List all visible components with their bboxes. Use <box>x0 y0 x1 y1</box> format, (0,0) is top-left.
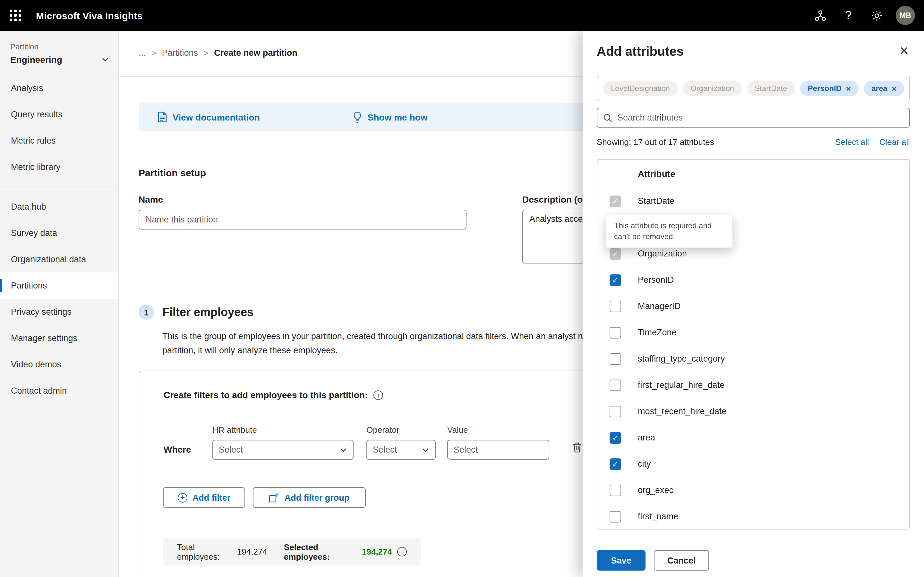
show-me-how-label: Show me how <box>368 112 428 122</box>
sidebar-item-contact-admin[interactable]: Contact admin <box>0 378 118 404</box>
attribute-row-personid[interactable]: PersonID <box>598 267 909 293</box>
attribute-column-header: Attribute <box>598 160 909 188</box>
attribute-list: Attribute StartDate Organization PersonI… <box>597 159 910 530</box>
attribute-row-most-recent-hire-date[interactable]: most_recent_hire_date <box>598 398 909 424</box>
value-column-label: Value <box>447 425 468 435</box>
topbar: Microsoft Viva Insights ? MB <box>0 0 924 31</box>
attribute-row-first-regular-hire-date[interactable]: first_regular_hire_date <box>598 372 909 398</box>
app-launcher-icon[interactable] <box>0 0 31 31</box>
checkbox-first-name[interactable] <box>610 511 621 522</box>
checkbox-startdate <box>610 195 621 207</box>
breadcrumb-separator-icon: > <box>204 48 208 57</box>
help-icon[interactable]: ? <box>837 4 860 27</box>
add-filter-label: Add filter <box>192 493 231 502</box>
add-filter-group-button[interactable]: Add filter group <box>253 487 366 508</box>
filter-card-title: Create filters to add employees to this … <box>164 390 368 400</box>
chip-remove-icon[interactable]: × <box>892 84 897 93</box>
checkbox-timezone[interactable] <box>610 327 621 338</box>
app-title: Microsoft Viva Insights <box>36 10 142 21</box>
chip-remove-icon[interactable]: × <box>846 84 851 93</box>
checkbox-most-recent-hire-date[interactable] <box>610 406 621 417</box>
selected-employees-label: Selected employees: <box>284 542 359 561</box>
delete-filter-row-icon[interactable] <box>572 442 582 453</box>
breadcrumb-separator-icon: > <box>152 48 156 57</box>
checkbox-personid[interactable] <box>610 274 621 285</box>
sidebar-item-metric-library[interactable]: Metric library <box>0 154 118 180</box>
save-button[interactable]: Save <box>597 550 646 571</box>
sidebar-item-analysis[interactable]: Analysis <box>0 75 118 101</box>
view-documentation-link[interactable]: View documentation <box>158 111 260 122</box>
clear-all-link[interactable]: Clear all <box>879 137 910 147</box>
breadcrumb-partitions[interactable]: Partitions <box>162 48 198 58</box>
info-icon[interactable]: i <box>373 390 383 400</box>
name-label: Name <box>139 194 163 205</box>
view-documentation-label: View documentation <box>173 112 260 122</box>
panel-title: Add attributes <box>597 44 684 59</box>
partition-context: Partition Engineering <box>0 31 118 65</box>
org-chart-icon[interactable] <box>809 4 832 27</box>
value-input[interactable]: Select <box>447 440 549 460</box>
sidebar-item-partitions[interactable]: Partitions <box>0 272 118 299</box>
partition-name-input[interactable] <box>139 210 467 229</box>
employee-totals-bar: Total employees: 194,274 Selected employ… <box>163 538 421 566</box>
sidebar-item-manager-settings[interactable]: Manager settings <box>0 325 118 351</box>
sidebar: Partition Engineering Analysis Query res… <box>0 31 119 577</box>
checkbox-org-exec[interactable] <box>610 484 621 496</box>
partition-selector[interactable]: Engineering <box>10 55 109 65</box>
sidebar-item-data-hub[interactable]: Data hub <box>0 193 118 220</box>
select-all-link[interactable]: Select all <box>835 137 869 147</box>
attribute-label: staffing_type_category <box>638 354 725 364</box>
waffle-grid-icon <box>10 10 21 21</box>
selected-employees-value: 194,274 <box>362 547 392 556</box>
hr-attribute-select[interactable]: Select <box>212 440 354 460</box>
attribute-row-area[interactable]: area <box>598 424 909 451</box>
value-input-placeholder: Select <box>454 445 478 455</box>
filter-card-title-row: Create filters to add employees to this … <box>164 390 383 400</box>
attribute-row-timezone[interactable]: TimeZone <box>598 319 909 346</box>
sidebar-item-metric-rules[interactable]: Metric rules <box>0 127 118 154</box>
checkbox-staffing-type-category[interactable] <box>610 353 621 364</box>
checkbox-first-regular-hire-date[interactable] <box>610 379 621 391</box>
info-icon[interactable]: i <box>397 547 407 556</box>
breadcrumb-current-page: Create new partition <box>214 48 297 58</box>
settings-gear-icon[interactable] <box>865 4 888 27</box>
checkbox-organization <box>610 248 621 259</box>
checkbox-managerid[interactable] <box>610 300 621 312</box>
total-employees-value: 194,274 <box>237 547 267 556</box>
total-employees-label: Total employees: <box>177 542 234 561</box>
attribute-row-managerid[interactable]: ManagerID <box>598 293 909 319</box>
search-input[interactable] <box>617 113 903 122</box>
attribute-label: ManagerID <box>638 301 681 311</box>
breadcrumb: ... > Partitions > Create new partition <box>139 48 297 58</box>
attribute-row-staffing-type-category[interactable]: staffing_type_category <box>598 346 909 372</box>
sidebar-item-query-results[interactable]: Query results <box>0 101 118 127</box>
breadcrumb-overflow[interactable]: ... <box>139 48 146 58</box>
avatar[interactable]: MB <box>896 6 915 25</box>
operator-select[interactable]: Select <box>367 440 436 460</box>
chevron-down-icon <box>422 447 429 452</box>
filter-employees-heading: Filter employees <box>162 306 254 319</box>
attribute-row-org-exec[interactable]: org_exec <box>598 477 909 503</box>
selected-attributes-field[interactable]: LevelDesignation Organization StartDate … <box>597 76 910 101</box>
sidebar-nav: Analysis Query results Metric rules Metr… <box>0 75 118 404</box>
hr-attribute-column-label: HR attribute <box>212 425 257 435</box>
sidebar-item-survey-data[interactable]: Survey data <box>0 220 118 246</box>
sidebar-item-organizational-data[interactable]: Organizational data <box>0 246 118 272</box>
attribute-row-first-name[interactable]: first_name <box>598 503 909 530</box>
search-icon <box>603 113 612 122</box>
show-me-how-link[interactable]: Show me how <box>353 111 428 123</box>
cancel-button[interactable]: Cancel <box>654 550 709 571</box>
attribute-chip-personid[interactable]: PersonID × <box>800 81 859 96</box>
attribute-row-city[interactable]: city <box>598 451 909 477</box>
attribute-chip-area[interactable]: area × <box>864 81 905 96</box>
step-number-badge: 1 <box>139 305 154 320</box>
checkbox-city[interactable] <box>610 458 621 470</box>
close-icon[interactable]: × <box>893 40 915 61</box>
attribute-chip-startdate: StartDate <box>747 81 795 96</box>
sidebar-item-video-demos[interactable]: Video demos <box>0 351 118 378</box>
attribute-search <box>597 108 910 127</box>
sidebar-item-privacy-settings[interactable]: Privacy settings <box>0 299 118 325</box>
partition-context-label: Partition <box>10 42 109 51</box>
add-filter-button[interactable]: + Add filter <box>163 487 245 508</box>
checkbox-area[interactable] <box>610 432 621 443</box>
